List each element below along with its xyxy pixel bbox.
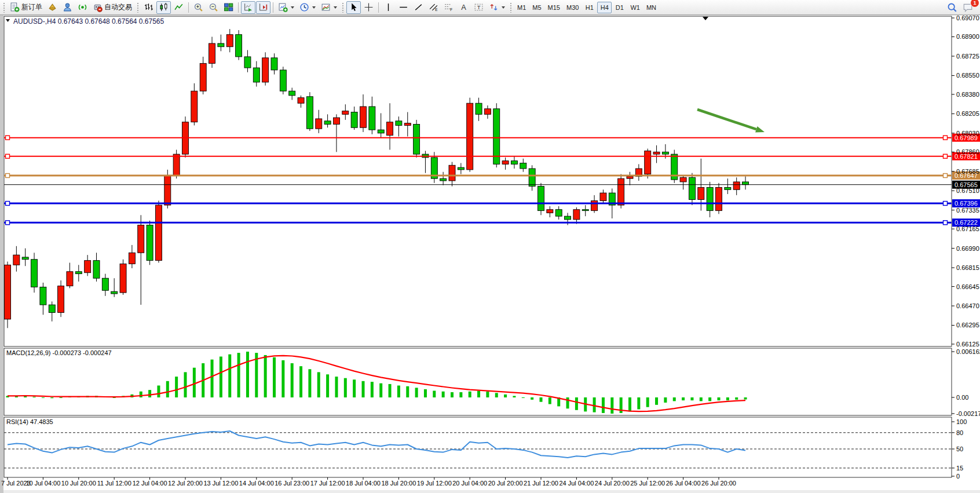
price-tick-label: 0.66990	[956, 245, 979, 252]
timeframe-m30[interactable]: M30	[564, 2, 582, 13]
fibonacci-icon: F	[444, 2, 454, 12]
toolbar-separator	[378, 2, 379, 13]
timeframe-w1[interactable]: W1	[627, 2, 643, 13]
zoom-out-button[interactable]	[206, 1, 221, 14]
time-tick-label: 21 Jul 12:00	[524, 480, 558, 487]
toolbar-grip[interactable]	[342, 2, 344, 13]
fibonacci-tool[interactable]: F	[441, 1, 456, 14]
new-order-icon	[10, 2, 20, 12]
timeframe-group: M1M5M15M30H1H4D1W1MN	[514, 2, 659, 13]
time-tick-label: 20 Jul 20:00	[488, 480, 523, 487]
mt4-window: { "toolbar": { "new_order_label": "新订单",…	[0, 0, 980, 493]
line-chart-button[interactable]	[171, 1, 186, 14]
line-handle[interactable]	[944, 136, 948, 140]
timeframe-d1[interactable]: D1	[612, 2, 627, 13]
horizontal-line-tool[interactable]	[396, 1, 411, 14]
vertical-line-tool[interactable]	[381, 1, 396, 14]
period-clock-button[interactable]	[297, 1, 318, 14]
time-tick-label: 25 Jul 12:00	[630, 480, 665, 487]
period-clock-icon	[299, 2, 309, 12]
price-tick-label: 0.67335	[956, 207, 979, 214]
rsi-tick-label: 50	[956, 445, 963, 452]
toolbar-grip[interactable]	[3, 2, 5, 13]
main-toolbar: 新订单 自动交易	[0, 0, 980, 15]
timeframe-m15[interactable]: M15	[545, 2, 563, 13]
signal-icon	[78, 2, 87, 12]
line-handle[interactable]	[6, 202, 10, 206]
svg-text:A: A	[461, 3, 466, 12]
auto-scroll-button[interactable]	[241, 1, 255, 14]
line-handle[interactable]	[944, 202, 948, 206]
line-handle[interactable]	[944, 221, 948, 225]
rsi-label: RSI(14) 47.4835	[6, 418, 53, 425]
price-tick-label: 0.66125	[956, 341, 979, 348]
line-handle[interactable]	[6, 154, 10, 158]
time-tick-label: 10 Jul 20:00	[61, 480, 96, 487]
time-tick-label: 10 Jul 04:00	[25, 480, 60, 487]
price-tick-label: 0.68205	[956, 110, 979, 117]
chart-profile-button[interactable]	[319, 1, 339, 14]
horizontal-line-icon	[398, 2, 408, 12]
chart-profile-icon	[321, 2, 331, 12]
chevron-down-icon	[334, 6, 337, 9]
cursor-button[interactable]	[346, 1, 361, 14]
chevron-down-icon	[502, 6, 505, 9]
channel-tool[interactable]: E	[426, 1, 441, 14]
toolbar-grip[interactable]	[510, 2, 512, 13]
price-tick-label: 0.68380	[956, 91, 979, 98]
gold-block-icon	[47, 2, 57, 12]
price-tick-label: 0.66645	[956, 283, 979, 290]
macd-label: MACD(12,26,9) -0.000273 -0.000247	[6, 349, 112, 356]
line-handle[interactable]	[6, 136, 10, 140]
timeframe-h4[interactable]: H4	[597, 2, 612, 13]
bar-chart-button[interactable]	[141, 1, 156, 14]
tile-windows-button[interactable]	[221, 1, 236, 14]
timeframe-m1[interactable]: M1	[514, 2, 529, 13]
chevron-down-icon	[312, 6, 316, 9]
auto-trading-label: 自动交易	[104, 2, 132, 12]
search-button[interactable]	[945, 1, 960, 14]
line-handle[interactable]	[6, 174, 10, 178]
text-label-tool[interactable]: T	[471, 1, 486, 14]
profile-icon	[63, 2, 72, 12]
chart-shift-icon	[258, 2, 268, 12]
line-handle[interactable]	[944, 174, 948, 178]
time-tick-label: 11 Jul 12:00	[97, 480, 131, 487]
new-chart-icon	[278, 2, 288, 12]
toolbar-grip[interactable]	[137, 2, 139, 13]
new-order-button[interactable]: 新订单	[8, 1, 45, 14]
auto-trading-button[interactable]: 自动交易	[90, 1, 134, 14]
signals-button[interactable]	[75, 1, 90, 14]
line-handle[interactable]	[944, 154, 948, 158]
arrows-tool[interactable]	[487, 1, 507, 14]
price-tick-label: 0.68725	[956, 53, 979, 60]
timeframe-m5[interactable]: M5	[529, 2, 544, 13]
time-tick-label: 19 Jul 12:00	[417, 480, 452, 487]
price-tick-label: 0.66815	[956, 264, 979, 271]
arrows-icon	[489, 2, 499, 12]
symbols-button[interactable]	[45, 1, 60, 14]
crosshair-button[interactable]	[361, 1, 376, 14]
rsi-tick-label: 80	[956, 429, 963, 436]
svg-text:T: T	[477, 4, 481, 10]
macd-tick-label: 0.00	[956, 394, 968, 401]
trendline-tool[interactable]	[411, 1, 426, 14]
timeframe-mn[interactable]: MN	[643, 2, 659, 13]
chart-shift-button[interactable]	[256, 1, 270, 14]
market-watch-button[interactable]	[60, 1, 75, 14]
zoom-in-button[interactable]	[191, 1, 206, 14]
vertical-line-icon	[383, 2, 393, 12]
time-tick-label: 20 Jul 04:00	[452, 480, 487, 487]
timeframe-h1[interactable]: H1	[582, 2, 597, 13]
candlestick-chart-button[interactable]	[156, 1, 171, 14]
time-tick-label: 24 Jul 04:00	[559, 480, 594, 487]
time-tick-label: 26 Jul 20:00	[701, 480, 736, 487]
chart-area[interactable]: 0.679890.678210.676470.675650.673960.672…	[0, 0, 980, 493]
price-tick-label: 0.67165	[956, 225, 979, 232]
text-tool[interactable]: A	[456, 1, 471, 14]
search-icon	[947, 2, 957, 13]
new-chart-button[interactable]	[276, 1, 297, 14]
notification-badge[interactable]: 1	[970, 0, 979, 8]
line-handle[interactable]	[6, 221, 10, 225]
price-tick-label: 0.69070	[956, 14, 979, 21]
